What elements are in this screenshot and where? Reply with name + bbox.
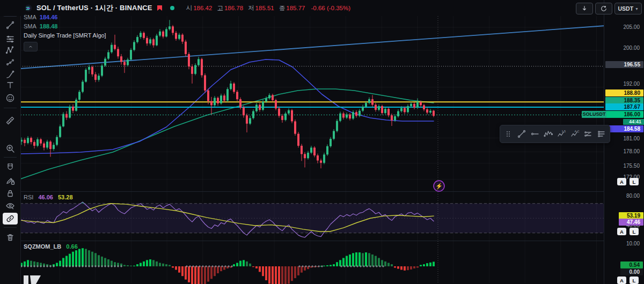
price-axis-tick: 181.00 (605, 136, 643, 141)
symbol-price-tag: SOLUSDT (582, 111, 606, 118)
drag-handle-button[interactable] (502, 126, 515, 141)
price-axis-badge[interactable]: 188.35 (605, 97, 643, 104)
price-axis-badge[interactable]: 188.80 (605, 89, 643, 96)
lock-icon (5, 189, 15, 198)
parallel-forecast-icon (583, 129, 593, 139)
auto-scale-button[interactable]: A (617, 276, 626, 284)
trendline-icon (517, 129, 526, 139)
forecast-icon (5, 57, 15, 67)
horizontal-lines-icon (5, 34, 15, 44)
legend-collapse-button[interactable] (24, 42, 38, 51)
rsi-legend[interactable]: RSI 46.06 53.28 (24, 194, 73, 200)
horizontal-ray-button[interactable] (529, 126, 541, 141)
draw-lock-icon (5, 176, 15, 185)
auto-scale-button[interactable]: A (617, 228, 626, 235)
text-icon (5, 80, 15, 90)
price-axis-tick: 175.50 (605, 163, 643, 169)
tradingview-logo (24, 275, 41, 284)
wave-ac-button[interactable]: AC (569, 126, 581, 141)
currency-dropdown[interactable]: USDT ▼ (614, 3, 642, 14)
svg-text:C: C (577, 130, 580, 133)
hide-icon (5, 201, 15, 211)
flag-icon[interactable] (157, 5, 163, 11)
ruler-icon (5, 116, 15, 125)
sqzmom-value-badge[interactable]: 0.00 (620, 268, 643, 275)
flat-forecast-icon (597, 129, 606, 139)
reset-view-button[interactable] (595, 3, 612, 14)
draw-lock-tool-button[interactable] (3, 175, 18, 186)
elliott-wave-icon (544, 129, 553, 139)
hide-tool-button[interactable] (3, 200, 18, 212)
flat-forecast-button[interactable] (595, 126, 608, 141)
toolbar-divider (4, 157, 17, 158)
link-tool-button[interactable] (3, 213, 18, 225)
brush-tool-button[interactable] (3, 69, 18, 80)
magnet-tool-button[interactable] (3, 161, 18, 173)
wave-15-icon: 15 (557, 129, 566, 139)
zoom-in-tool-button[interactable] (3, 143, 18, 154)
horizontal-ray-icon (530, 129, 540, 139)
price-axis-badge[interactable]: 44:41 (623, 119, 644, 125)
drag-handle-icon (503, 129, 513, 139)
legend-sma-fast[interactable]: SMA184.46 (24, 13, 106, 22)
wave-ac-icon: AC (570, 129, 580, 139)
trash-icon (5, 233, 15, 242)
symbol-title[interactable]: SOL / TetherUS · 1시간 · BINANCE (36, 3, 152, 13)
elliott-wave-button[interactable] (542, 126, 554, 141)
toolbar-divider (4, 108, 17, 108)
price-axis-tick: 205.00 (605, 24, 643, 30)
screenshot-download-button[interactable] (576, 3, 593, 14)
svg-text:1: 1 (562, 130, 564, 133)
trendline-button[interactable] (516, 126, 528, 141)
emoji-tool-button[interactable] (3, 92, 18, 104)
price-axis-tick: 178.00 (605, 148, 643, 154)
change-readout: -0.66 (-0.35%) (311, 5, 350, 11)
ruler-tool-button[interactable] (3, 115, 18, 126)
toolbar-divider (4, 227, 17, 228)
price-axis-tick: 10.00 (605, 241, 643, 246)
header-right-buttons: USDT ▼ (576, 3, 642, 14)
price-axis-tick: 200.00 (605, 45, 643, 51)
xabcd-pattern-tool-button[interactable] (3, 44, 18, 56)
forecast-tool-button[interactable] (3, 56, 18, 68)
parallel-forecast-button[interactable] (582, 126, 595, 141)
log-scale-button[interactable]: L (630, 228, 639, 235)
text-tool-button[interactable] (3, 79, 18, 91)
zoom-in-icon (5, 144, 15, 153)
price-axis-badge[interactable]: 187.67 (605, 103, 643, 110)
price-axis[interactable]: 205.00200.00192.00181.00178.00175.50172.… (604, 0, 644, 284)
floating-drawing-toolbar: 15AC (500, 125, 610, 143)
trash-tool-button[interactable] (3, 231, 18, 243)
svg-text:A: A (575, 130, 577, 133)
alert-price-badge[interactable]: 196.55 (605, 61, 643, 68)
price-axis-badge[interactable]: 186.00 (605, 111, 643, 118)
trendline-tool-button[interactable] (3, 19, 18, 31)
price-axis-tick: 80.00 (605, 193, 643, 199)
price-axis-badge[interactable]: 184.58 (605, 125, 643, 132)
svg-text:⚡: ⚡ (435, 182, 443, 190)
price-axis-tick: 192.00 (605, 81, 643, 87)
sol-logo-icon (25, 4, 32, 12)
trendline-icon (5, 20, 15, 30)
wave-15-button[interactable]: 15 (555, 126, 568, 141)
legend-algo[interactable]: Daily Single Trade [SMRT Algo] (24, 31, 106, 40)
svg-text:5: 5 (564, 130, 566, 133)
magnet-icon (5, 162, 15, 172)
log-scale-button[interactable]: L (630, 178, 639, 185)
brush-icon (5, 70, 15, 79)
rsi-value-badge[interactable]: 47.46 (619, 219, 643, 226)
xabcd-pattern-icon (5, 46, 15, 55)
legend-sma-slow[interactable]: SMA188.48 (24, 22, 106, 31)
ohlc-readout: 시186.42 고186.78 저185.51 종185.77 -0.66 (-… (186, 4, 350, 12)
emoji-icon (5, 93, 15, 103)
auto-scale-button[interactable]: A (617, 178, 626, 185)
rsi-value-badge[interactable]: 53.19 (619, 212, 643, 219)
indicator-legend: SMA184.46 SMA188.48 Daily Single Trade [… (24, 13, 106, 40)
lock-tool-button[interactable] (3, 188, 18, 199)
sqzmom-value-badge[interactable]: 0.54 (620, 261, 643, 268)
sqzmom-legend[interactable]: SQZMOM_LB 0.66 (24, 243, 78, 250)
link-icon (5, 214, 15, 223)
market-status-dot (170, 6, 174, 10)
log-scale-button[interactable]: L (630, 276, 639, 284)
horizontal-lines-tool-button[interactable] (3, 33, 18, 45)
